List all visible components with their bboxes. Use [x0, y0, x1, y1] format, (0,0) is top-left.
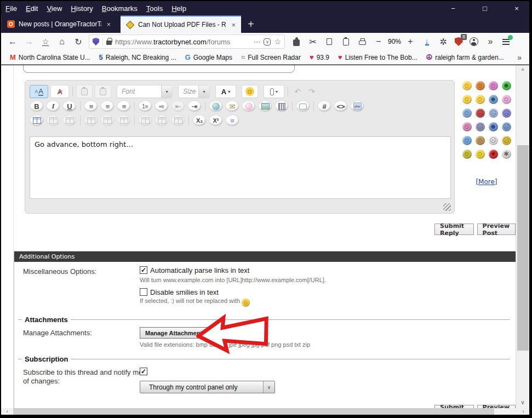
insert-video-button[interactable] — [274, 100, 289, 112]
smiley[interactable]: ☺ — [476, 95, 485, 104]
menu-help[interactable]: Help — [167, 3, 191, 14]
bookmark-listen-free[interactable]: ♥ Listen Free to The Bob... — [335, 52, 421, 62]
url-text[interactable]: https://www.tractorbynet.com/forums — [115, 38, 250, 46]
menu-file[interactable]: File — [1, 3, 21, 14]
font-dropdown[interactable]: Font ▾ — [117, 85, 173, 98]
forward-icon[interactable]: → — [21, 35, 37, 49]
smiley[interactable]: ☺ — [462, 95, 472, 104]
smiley[interactable]: ☻ — [489, 122, 498, 131]
smiley[interactable]: ☻ — [489, 95, 498, 104]
smiley[interactable]: ♥ — [489, 150, 498, 159]
smiley[interactable]: ☺ — [476, 150, 485, 159]
zoom-in-icon[interactable]: + — [402, 35, 419, 49]
back-icon[interactable]: ← — [4, 35, 21, 49]
bookmark-nc-state[interactable]: M North Carolina State U... — [7, 52, 94, 62]
insert-column-left-button[interactable] — [138, 114, 152, 127]
scroll-left-icon[interactable]: ‹ — [1, 409, 13, 414]
menu-tools[interactable]: Tools — [142, 3, 167, 14]
paste-from-word-button[interactable] — [95, 85, 111, 98]
delete-table-button[interactable] — [62, 114, 77, 127]
bookmark-radar[interactable]: ≈ Full Screen Radar — [238, 52, 304, 62]
smiley[interactable]: ☹ — [489, 108, 498, 118]
message-body-editor[interactable]: Go advance, bottom right... — [30, 136, 451, 199]
smiley[interactable]: ☻ — [502, 81, 511, 90]
unordered-list-button[interactable]: •≡ — [155, 100, 169, 112]
clipboard-paste-icon[interactable] — [337, 35, 354, 49]
ublock-origin-icon[interactable]: 8 — [451, 35, 466, 49]
smiley[interactable]: ☺ — [462, 136, 472, 145]
editor-mode-button[interactable]: AA — [30, 85, 48, 98]
tab-close-icon[interactable]: × — [230, 21, 237, 29]
indent-button[interactable]: ⇥ — [187, 100, 202, 112]
smiley[interactable]: ☺ — [462, 81, 472, 90]
underline-button[interactable]: U — [62, 100, 77, 112]
tab-orangetractortalks[interactable]: O New posts | OrangeTractorTalks × — [1, 15, 116, 33]
bookmark-939[interactable]: ♥ 93.9 — [306, 52, 333, 62]
menu-history[interactable]: History — [66, 3, 97, 14]
insert-link-button[interactable] — [209, 100, 223, 112]
subscript-button[interactable]: X₂ — [192, 114, 207, 127]
attach-button[interactable]: ▾ — [264, 85, 284, 98]
insert-email-button[interactable]: ✉ — [225, 100, 239, 112]
php-button[interactable]: php — [350, 100, 364, 112]
zoom-level[interactable]: 90% — [387, 38, 402, 45]
ordered-list-button[interactable]: 1≡ — [138, 100, 152, 112]
horizontal-rule-button[interactable]: ≡ — [225, 114, 239, 127]
chevron-down-icon[interactable]: ▾ — [198, 85, 209, 98]
tracking-protection-shield-icon[interactable] — [93, 38, 99, 45]
address-bar[interactable]: https://www.tractorbynet.com/forums ⋯ ∨ … — [89, 35, 285, 49]
preview-post-button[interactable]: Preview Post — [477, 224, 516, 235]
disable-smilies-label[interactable]: Disable smilies in text — [150, 288, 219, 296]
smiley[interactable]: ☹ — [476, 122, 485, 131]
new-tab-button[interactable]: + — [241, 18, 261, 33]
smiley[interactable]: ☹ — [502, 108, 511, 118]
maximize-button[interactable]: □ — [477, 4, 493, 13]
unlink-button[interactable] — [242, 100, 256, 112]
italic-button[interactable]: I — [46, 100, 60, 112]
hamburger-menu-icon[interactable] — [499, 35, 513, 49]
align-center-button[interactable]: ≡ — [100, 100, 115, 112]
home-icon[interactable]: ⌂ — [54, 35, 70, 49]
paste-button[interactable] — [76, 85, 93, 98]
smiley[interactable]: ☺ — [489, 81, 498, 90]
tab-close-icon[interactable]: × — [105, 20, 112, 28]
quote-button[interactable] — [296, 100, 310, 112]
superscript-button[interactable]: X² — [209, 114, 223, 127]
scroll-up-icon[interactable]: ^ — [516, 68, 529, 74]
bookmark-star-icon[interactable]: ☆ — [274, 37, 281, 46]
html-button[interactable]: <> — [334, 100, 348, 112]
scroll-right-icon[interactable]: › — [517, 409, 529, 414]
tab-can-not-upload-pdf[interactable]: Can Not Upload PDF Files - Rep × — [121, 15, 241, 33]
refresh-icon[interactable]: ↻ — [70, 35, 87, 49]
menu-bookmarks[interactable]: Bookmarks — [98, 3, 142, 14]
delete-column-button[interactable] — [171, 114, 185, 127]
insert-table-button[interactable] — [30, 114, 44, 127]
smiley[interactable]: ☹ — [502, 122, 511, 131]
align-right-button[interactable]: ≡ — [117, 100, 131, 112]
zoom-out-icon[interactable]: − — [370, 35, 387, 49]
smiley[interactable]: ☹ — [476, 108, 485, 118]
resize-handle[interactable] — [443, 203, 451, 211]
disable-smilies-checkbox[interactable] — [140, 288, 147, 296]
horizontal-scrollbar[interactable]: ‹ › — [1, 408, 529, 415]
bookmark-raleigh-news[interactable]: 5 Raleigh, NC Breaking ... — [96, 52, 180, 62]
horizontal-scroll-thumb[interactable] — [13, 408, 494, 415]
minimize-button[interactable]: − — [445, 4, 461, 13]
smiley[interactable]: ☺ — [462, 122, 472, 131]
copy-icon[interactable] — [321, 35, 337, 49]
bold-button[interactable]: B — [30, 100, 44, 112]
smiley[interactable]: ☹ — [489, 136, 498, 145]
remove-format-button[interactable]: A — [50, 85, 69, 98]
delete-row-button[interactable] — [117, 114, 131, 127]
bookmark-raleigh-farm[interactable]: ☮ raleigh farm & garden... — [423, 52, 507, 62]
edit-table-button[interactable] — [46, 114, 60, 127]
smiley[interactable]: ✱ — [502, 150, 511, 159]
insert-row-below-button[interactable] — [100, 114, 115, 127]
smiley[interactable]: ☺ — [462, 108, 472, 118]
vertical-scrollbar[interactable]: ^ v — [516, 65, 529, 408]
scroll-down-icon[interactable]: v — [516, 399, 529, 405]
menu-view[interactable]: View — [42, 3, 66, 14]
smiley[interactable]: ☹ — [502, 136, 511, 145]
font-color-button[interactable]: A▾ — [215, 85, 236, 98]
insert-image-button[interactable] — [258, 100, 272, 112]
